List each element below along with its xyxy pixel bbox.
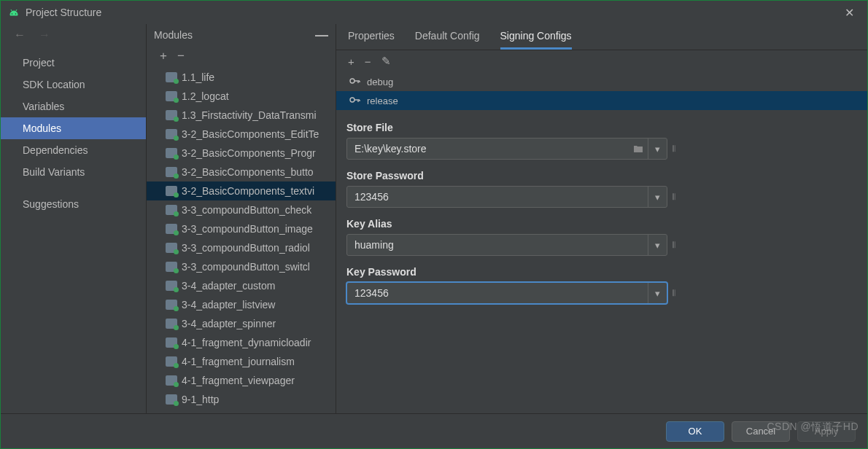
module-item[interactable]: 3-3_compoundButton_switcl <box>147 257 336 276</box>
module-item[interactable]: 3-2_BasicComponents_Progr <box>147 144 336 163</box>
folder-icon <box>166 262 177 272</box>
close-icon[interactable]: ✕ <box>839 3 860 23</box>
svg-point-0 <box>12 13 12 14</box>
svg-point-3 <box>350 98 354 102</box>
forward-icon[interactable]: → <box>39 28 50 42</box>
cancel-button[interactable]: Cancel <box>732 421 790 442</box>
reset-icon[interactable]: ⦀ <box>672 143 678 155</box>
store-file-input-wrap: ▾ <box>346 138 667 160</box>
module-item[interactable]: 3-2_BasicComponents_textvi <box>147 181 336 200</box>
store-password-label: Store Password <box>346 170 857 181</box>
module-item[interactable]: 3-3_compoundButton_check <box>147 200 336 219</box>
svg-point-2 <box>350 79 354 83</box>
apply-button[interactable]: Apply <box>797 421 856 442</box>
left-nav: ← → ProjectSDK LocationVariablesModulesD… <box>1 24 147 413</box>
remove-config-icon[interactable]: − <box>365 55 371 68</box>
key-alias-label: Key Alias <box>346 218 857 230</box>
add-config-icon[interactable]: + <box>348 55 354 68</box>
nav-item-suggestions[interactable]: Suggestions <box>1 193 146 215</box>
module-item[interactable]: 1.3_Firstactivity_DataTransmi <box>147 106 336 125</box>
folder-icon <box>166 243 177 253</box>
reset-icon[interactable]: ⦀ <box>672 287 678 299</box>
folder-icon <box>166 72 177 82</box>
module-label: 1.2_logcat <box>182 90 229 102</box>
module-label: 3-4_adapter_spinner <box>182 318 276 329</box>
tab-properties[interactable]: Properties <box>348 24 395 50</box>
module-label: 3-3_compoundButton_check <box>182 204 311 216</box>
nav-history: ← → <box>1 24 146 46</box>
nav-item-modules[interactable]: Modules <box>1 117 146 139</box>
key-icon <box>349 95 361 106</box>
module-label: 1.1_life <box>182 71 214 83</box>
module-label: 1.3_Firstactivity_DataTransmi <box>182 109 317 121</box>
nav-item-variables[interactable]: Variables <box>1 95 146 117</box>
add-module-icon[interactable]: + <box>160 49 167 63</box>
tab-default-config[interactable]: Default Config <box>415 24 480 50</box>
module-label: 9-1_http <box>182 394 219 405</box>
module-label: 3-2_BasicComponents_EditTe <box>182 128 319 140</box>
nav-item-sdk-location[interactable]: SDK Location <box>1 74 146 95</box>
module-item[interactable]: 9-1_http <box>147 390 336 409</box>
collapse-icon[interactable]: — <box>315 28 328 43</box>
folder-icon <box>166 205 177 215</box>
module-item[interactable]: 1.2_logcat <box>147 87 336 106</box>
module-item[interactable]: 3-3_compoundButton_image <box>147 219 336 238</box>
folder-icon <box>166 110 177 120</box>
folder-icon <box>166 281 177 291</box>
folder-icon <box>166 394 177 405</box>
module-item[interactable]: 4-1_fragment_journalism <box>147 352 336 371</box>
module-item[interactable]: 4-1_fragment_viewpager <box>147 371 336 390</box>
folder-icon <box>166 375 177 386</box>
store-password-input-wrap: ▾ <box>346 186 667 208</box>
module-item[interactable]: 4-1_fragment_dynamicloadir <box>147 333 336 352</box>
nav-item-build-variants[interactable]: Build Variants <box>1 161 146 183</box>
module-label: 4-1_fragment_viewpager <box>182 375 295 386</box>
store-password-dropdown-icon[interactable]: ▾ <box>648 187 667 207</box>
folder-icon <box>166 167 177 177</box>
reset-icon[interactable]: ⦀ <box>672 191 678 203</box>
module-item[interactable]: 3-2_BasicComponents_butto <box>147 163 336 181</box>
key-password-dropdown-icon[interactable]: ▾ <box>648 283 667 303</box>
folder-icon <box>166 319 177 329</box>
nav-item-dependencies[interactable]: Dependencies <box>1 139 146 161</box>
folder-icon <box>166 186 177 196</box>
module-label: 3-4_adapter_listview <box>182 299 275 311</box>
module-label: 3-2_BasicComponents_Progr <box>182 147 316 159</box>
key-alias-dropdown-icon[interactable]: ▾ <box>648 235 667 255</box>
signing-form: Store File ▾ ⦀ Store Password ▾ <box>336 110 867 413</box>
module-item[interactable]: 3-4_adapter_spinner <box>147 314 336 333</box>
module-label: 3-2_BasicComponents_textvi <box>182 185 314 197</box>
store-file-label: Store File <box>346 122 857 133</box>
store-file-dropdown-icon[interactable]: ▾ <box>648 138 667 159</box>
ok-button[interactable]: OK <box>666 421 724 442</box>
key-icon <box>349 76 361 87</box>
browse-icon[interactable] <box>629 138 648 159</box>
remove-module-icon[interactable]: − <box>177 49 185 63</box>
nav-item-project[interactable]: Project <box>1 52 146 74</box>
key-password-label: Key Password <box>346 266 857 278</box>
module-item[interactable]: 1.1_life <box>147 68 336 87</box>
folder-icon <box>166 148 177 158</box>
dialog-footer: OK Cancel Apply <box>1 413 867 448</box>
key-alias-input[interactable] <box>347 239 648 251</box>
back-icon[interactable]: ← <box>14 28 26 42</box>
title-bar: Project Structure ✕ <box>1 1 867 24</box>
module-item[interactable]: 3-2_BasicComponents_EditTe <box>147 125 336 144</box>
reset-icon[interactable]: ⦀ <box>672 239 678 251</box>
store-file-input[interactable] <box>347 143 629 155</box>
module-item[interactable]: 3-4_adapter_listview <box>147 295 336 314</box>
config-item-release[interactable]: release <box>336 91 867 110</box>
module-item[interactable]: 3-3_compoundButton_radiol <box>147 238 336 257</box>
config-item-debug[interactable]: debug <box>336 72 867 91</box>
tab-signing-configs[interactable]: Signing Configs <box>500 24 572 50</box>
config-label: debug <box>367 77 393 87</box>
module-item[interactable]: 3-4_adapter_custom <box>147 276 336 295</box>
module-label: 3-2_BasicComponents_butto <box>182 166 314 178</box>
key-password-input[interactable] <box>347 287 648 299</box>
window-title: Project Structure <box>26 7 101 18</box>
key-alias-input-wrap: ▾ <box>346 234 667 256</box>
store-password-input[interactable] <box>347 191 648 203</box>
android-icon <box>8 7 20 18</box>
module-label: 4-1_fragment_journalism <box>182 356 295 367</box>
edit-config-icon[interactable]: ✎ <box>381 55 391 68</box>
